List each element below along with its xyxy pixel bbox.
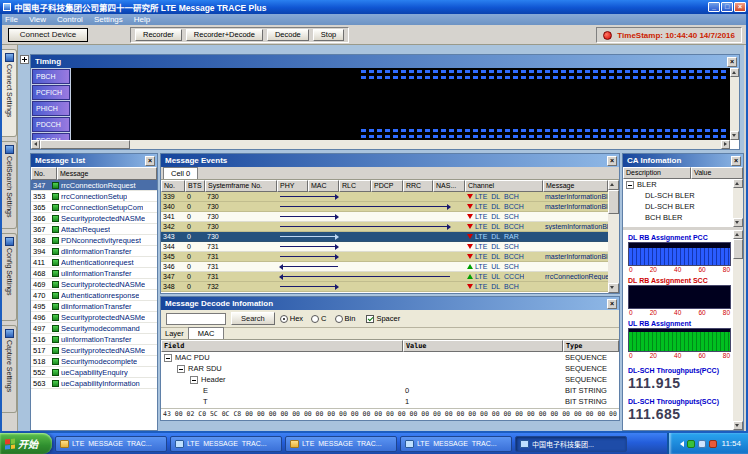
menu-help[interactable]: Help [134, 15, 150, 24]
message-list-row[interactable]: 368PDNconnectivityrequest [31, 235, 157, 246]
collapse-icon[interactable] [190, 376, 198, 384]
message-list-row[interactable]: 469SecurityprotectedNASMe [31, 279, 157, 290]
spacer-checkbox-wrap[interactable]: Spacer [366, 314, 400, 323]
scrollbar-track[interactable] [733, 188, 743, 218]
scrollbar-thumb[interactable] [608, 190, 619, 214]
channel-label-pdcch[interactable]: PDCCH [32, 117, 70, 132]
menu-view[interactable]: View [29, 15, 46, 24]
spacer-checkbox-icon[interactable] [366, 315, 374, 323]
message-events-title-bar[interactable]: Message Events × [161, 154, 619, 167]
ca-charts-scrollbar[interactable] [733, 230, 743, 430]
scroll-down-icon[interactable] [733, 421, 743, 430]
scroll-up-icon[interactable] [730, 68, 739, 77]
hex-dump[interactable]: 43 00 02 C0 5C 0C C8 00 00 00 00 00 00 0… [161, 408, 619, 420]
tab-layer-mac[interactable]: MAC [188, 327, 225, 339]
message-events-row[interactable]: 3410730LTE_DL_SCH [161, 212, 608, 222]
ca-tree-scrollbar[interactable] [733, 179, 743, 227]
decode-row[interactable]: RAR SDUSEQUENCE [161, 363, 619, 374]
sidebar-tab-connect-settings[interactable]: Connect Settings [2, 49, 17, 137]
collapse-icon[interactable] [626, 181, 634, 189]
taskbar-item[interactable]: LTE_MESSAGE_TRAC... [170, 436, 282, 452]
scrollbar-thumb[interactable] [40, 140, 130, 149]
start-button[interactable]: 开始 [0, 433, 52, 454]
decode-row[interactable]: E0BIT STRING [161, 385, 619, 396]
scroll-up-icon[interactable] [608, 180, 619, 190]
message-list-row[interactable]: 495dlinformationTransfer [31, 301, 157, 312]
message-decode-close-icon[interactable]: × [607, 299, 617, 309]
events-scrollbar[interactable] [608, 180, 619, 293]
scroll-down-icon[interactable] [733, 218, 743, 227]
timing-horizontal-scrollbar[interactable] [31, 140, 730, 149]
scrollbar-track[interactable] [130, 140, 721, 149]
message-events-row[interactable]: 3440731LTE_DL_SCH [161, 242, 608, 252]
tray-status-icon[interactable] [687, 440, 695, 448]
tray-network-icon[interactable] [698, 440, 706, 448]
message-list-row[interactable]: 353rrcConnectionSetup [31, 191, 157, 202]
decode-button[interactable]: Decode [267, 29, 309, 41]
channel-label-pbch[interactable]: PBCH [32, 69, 70, 84]
radio-bin[interactable]: Bin [335, 314, 356, 323]
message-list-row[interactable]: 468ulinformationTransfer [31, 268, 157, 279]
collapse-icon[interactable] [177, 365, 185, 373]
minimize-icon[interactable]: _ [708, 2, 720, 12]
scrollbar-track[interactable] [608, 214, 619, 283]
message-events-row[interactable]: 3400730LTE_DL_BCCHmasterInformationBlock [161, 202, 608, 212]
ca-title-bar[interactable]: CA Infomation × [623, 154, 743, 167]
menu-file[interactable]: File [5, 15, 18, 24]
ca-tree-item[interactable]: DL-SCH BLER [623, 190, 733, 201]
sidebar-tab-capture-settings[interactable]: Capture Settings [2, 325, 17, 413]
tray-volume-icon[interactable] [709, 440, 717, 448]
message-list-row[interactable]: 367AttachRequest [31, 224, 157, 235]
message-list-row[interactable]: 470Authenticationresponse [31, 290, 157, 301]
message-list-row[interactable]: 366SecurityprotectedNASMe [31, 213, 157, 224]
taskbar-item[interactable]: LTE_MESSAGE_TRAC... [55, 436, 167, 452]
message-events-row[interactable]: 3480732LTE_DL_BCH [161, 282, 608, 292]
stop-button[interactable]: Stop [313, 29, 344, 41]
tab-cell-0[interactable]: Cell 0 [163, 167, 198, 179]
close-icon[interactable]: × [734, 2, 746, 12]
decode-row[interactable]: MAC PDUSEQUENCE [161, 352, 619, 363]
connect-device-button[interactable]: Connect Device [8, 28, 88, 42]
taskbar-item[interactable]: LTE_MESSAGE_TRAC... [285, 436, 397, 452]
decode-row[interactable]: HeaderSEQUENCE [161, 374, 619, 385]
sidebar-tab-config-settings[interactable]: Config Settings [2, 233, 17, 321]
message-list-row[interactable]: 497Securitymodecommand [31, 323, 157, 334]
message-list-row[interactable]: 516ulinformationTransfer [31, 334, 157, 345]
scroll-down-icon[interactable] [608, 283, 619, 293]
message-events-row[interactable]: 3460731LTE_UL_SCH [161, 262, 608, 272]
menu-settings[interactable]: Settings [94, 15, 123, 24]
message-events-row[interactable]: 3430730LTE_DL_RAR [161, 232, 608, 242]
message-list-close-icon[interactable]: × [145, 156, 155, 166]
title-bar[interactable]: 中国电子科技集团公司第四十一研究所 LTE Message TRACE Plus… [0, 0, 748, 14]
timing-vertical-scrollbar[interactable] [730, 68, 739, 140]
message-events-row[interactable]: 3470731LTE_UL_CCCHrrcConnectionRequest [161, 272, 608, 282]
search-button[interactable]: Search [231, 312, 275, 325]
message-list-row[interactable]: 411Authenticationrequest [31, 257, 157, 268]
ca-tree-item[interactable]: DL-SCH BLER [623, 201, 733, 212]
scrollbar-track[interactable] [730, 77, 739, 131]
timing-close-icon[interactable]: × [727, 57, 737, 67]
channel-label-pdsch[interactable]: PDSCH [32, 133, 70, 140]
message-list-row[interactable]: 518Securitymodecomplete [31, 356, 157, 367]
taskbar-item[interactable]: 中国电子科技集团... [515, 436, 627, 452]
sidebar-tab-cellsearch-settings[interactable]: CellSearch Settings [2, 141, 17, 229]
radio-hex[interactable]: Hex [280, 314, 303, 323]
message-events-close-icon[interactable]: × [607, 156, 617, 166]
scroll-left-icon[interactable] [31, 140, 40, 149]
message-list-row[interactable]: 496SecurityprotectedNASMe [31, 312, 157, 323]
collapse-icon[interactable] [164, 354, 172, 362]
ca-tree-root[interactable]: BLER [623, 179, 733, 190]
radio-c[interactable]: C [311, 314, 326, 323]
scrollbar-track[interactable] [733, 259, 743, 421]
recorder-decode-button[interactable]: Recorder+Decode [186, 29, 263, 41]
message-list-row[interactable]: 365rrcConnectionSetupCom [31, 202, 157, 213]
recorder-button[interactable]: Recorder [135, 29, 182, 41]
message-list-row[interactable]: 394dlinformationTransfer [31, 246, 157, 257]
channel-label-phich[interactable]: PHICH [32, 101, 70, 116]
scroll-up-icon[interactable] [733, 230, 743, 239]
scroll-right-icon[interactable] [721, 140, 730, 149]
message-list-row[interactable]: 517SecurityprotectedNASMe [31, 345, 157, 356]
message-list-row[interactable]: 552ueCapabilityEnquiry [31, 367, 157, 378]
taskbar-item[interactable]: LTE_MESSAGE_TRAC... [400, 436, 512, 452]
channel-label-pcfich[interactable]: PCFICH [32, 85, 70, 100]
